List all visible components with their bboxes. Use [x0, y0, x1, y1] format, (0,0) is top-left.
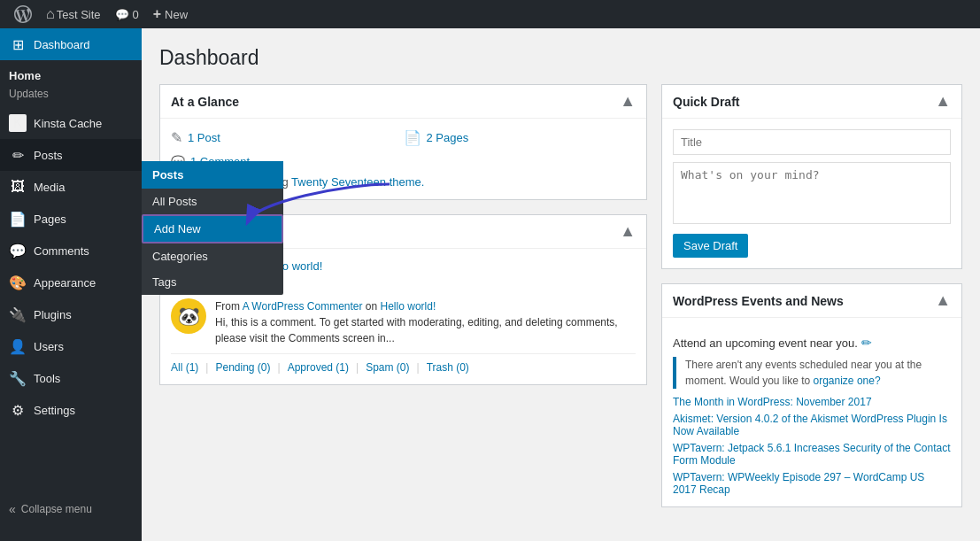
pencil-icon: ✏ [861, 336, 872, 350]
sidebar-item-appearance[interactable]: 🎨 Appearance [0, 267, 142, 298]
events-title: WordPress Events and News [673, 294, 844, 308]
sidebar-item-kinsta[interactable]: K Kinsta Cache [0, 107, 142, 139]
sidebar-item-posts[interactable]: ✏ Posts [0, 139, 142, 171]
theme-link[interactable]: Twenty Seventeen theme. [291, 175, 424, 189]
comments-icon: 💬 [9, 242, 27, 259]
news-item-2[interactable]: WPTavern: Jetpack 5.6.1 Increases Securi… [673, 442, 951, 467]
comment-row: 🐼 From A WordPress Commenter on Hello wo… [171, 298, 636, 346]
commenter-post-link[interactable]: Hello world! [381, 300, 436, 313]
users-label: Users [34, 340, 64, 353]
news-item-0[interactable]: The Month in WordPress: November 2017 [673, 396, 951, 408]
kinsta-icon: K [9, 114, 27, 132]
news-item-1[interactable]: Akismet: Version 4.0.2 of the Akismet Wo… [673, 413, 951, 437]
quick-draft-title: Quick Draft [673, 95, 739, 109]
settings-label: Settings [34, 404, 75, 417]
new-label: New [165, 8, 188, 21]
glance-posts: ✎ 1 Post [171, 129, 404, 146]
sidebar-item-dashboard[interactable]: ⊞ Dashboard [0, 28, 142, 60]
posts-label: Posts [34, 149, 63, 162]
glance-pages: 📄 2 Pages [404, 129, 637, 146]
sidebar-item-settings[interactable]: ⚙ Settings [0, 394, 142, 426]
appearance-icon: 🎨 [9, 274, 27, 291]
commenter-avatar: 🐼 [171, 298, 206, 334]
new-button[interactable]: + New [146, 0, 195, 28]
posts-count-link[interactable]: 1 Post [188, 131, 220, 144]
collapse-menu-button[interactable]: « Collapse menu [0, 495, 142, 523]
at-a-glance-toggle[interactable]: ▲ [620, 92, 636, 111]
collapse-menu-label: Collapse menu [21, 503, 92, 515]
tools-icon: 🔧 [9, 369, 27, 387]
quick-draft-widget: Quick Draft ▲ Save Draft [661, 84, 962, 269]
site-name-button[interactable]: ⌂ Test Site [39, 0, 108, 28]
commenter-link[interactable]: A WordPress Commenter [243, 300, 363, 313]
plugins-label: Plugins [34, 308, 72, 321]
trash-comments-link[interactable]: Trash (0) [427, 361, 469, 374]
left-column: At a Glance ▲ ✎ 1 Post 📄 2 Pages [159, 84, 647, 522]
tools-label: Tools [34, 372, 60, 385]
users-icon: 👤 [9, 337, 27, 355]
events-widget: WordPress Events and News ▲ Attend an up… [661, 283, 962, 507]
sidebar-item-comments[interactable]: 💬 Comments [0, 235, 142, 267]
sidebar-item-updates[interactable]: Updates [0, 86, 142, 107]
sidebar-item-media[interactable]: 🖼 Media [0, 171, 142, 203]
glance-stats: ✎ 1 Post 📄 2 Pages [171, 129, 636, 146]
sidebar-item-tools[interactable]: 🔧 Tools [0, 362, 142, 394]
submenu-categories[interactable]: Categories [142, 243, 283, 269]
comment-filter-links: All (1) | Pending (0) | Approved (1) | S… [171, 353, 636, 374]
media-label: Media [34, 181, 65, 194]
collapse-icon: « [9, 502, 16, 516]
quick-draft-toggle[interactable]: ▲ [935, 92, 951, 111]
dashboard-columns: At a Glance ▲ ✎ 1 Post 📄 2 Pages [159, 84, 962, 522]
pages-icon: 📄 [9, 210, 27, 228]
approved-comments-link[interactable]: Approved (1) [288, 361, 349, 374]
quick-draft-header: Quick Draft ▲ [662, 85, 961, 119]
page-title: Dashboard [159, 46, 962, 70]
dashboard-label: Dashboard [34, 38, 90, 51]
at-a-glance-header: At a Glance ▲ [160, 85, 646, 119]
events-content: Attend an upcoming event near you. ✏ The… [662, 318, 961, 506]
right-column: Quick Draft ▲ Save Draft WordPress Event… [661, 84, 962, 522]
sidebar-item-plugins[interactable]: 🔌 Plugins [0, 298, 142, 330]
dashboard-icon: ⊞ [9, 35, 27, 53]
posts-icon: ✏ [9, 146, 27, 164]
submenu-posts-title[interactable]: Posts [142, 161, 283, 189]
quick-draft-title-input[interactable] [673, 129, 951, 155]
quick-draft-content-input[interactable] [673, 162, 951, 224]
home-label: Home [9, 69, 41, 82]
events-toggle[interactable]: ▲ [935, 291, 951, 310]
sidebar-item-users[interactable]: 👤 Users [0, 330, 142, 362]
updates-label: Updates [9, 88, 49, 100]
submenu-tags[interactable]: Tags [142, 269, 283, 295]
posts-submenu: Posts All Posts Add New Categories Tags [142, 161, 283, 295]
all-comments-link[interactable]: All (1) [171, 361, 198, 374]
activity-toggle[interactable]: ▲ [620, 222, 636, 241]
quick-draft-content: Save Draft [662, 119, 961, 268]
organize-link[interactable]: organize one? [814, 375, 881, 387]
page-icon: 📄 [404, 129, 421, 146]
sidebar-item-pages[interactable]: 📄 Pages [0, 203, 142, 235]
pages-count-link[interactable]: 2 Pages [427, 131, 469, 144]
post-icon: ✎ [171, 129, 182, 146]
events-attend-text: Attend an upcoming event near you. ✏ [673, 336, 951, 350]
settings-icon: ⚙ [9, 401, 27, 419]
spam-comments-link[interactable]: Spam (0) [366, 361, 409, 374]
events-no-events: There aren't any events scheduled near y… [673, 357, 951, 389]
submenu-all-posts[interactable]: All Posts [142, 189, 283, 214]
media-icon: 🖼 [9, 178, 27, 196]
submenu-add-new[interactable]: Add New [142, 214, 283, 243]
wp-logo-button[interactable] [7, 0, 39, 28]
sidebar-item-home[interactable]: Home [0, 60, 142, 86]
events-header-row: WordPress Events and News ▲ [662, 284, 961, 318]
events-news-list: The Month in WordPress: November 2017 Ak… [673, 396, 951, 496]
appearance-label: Appearance [34, 276, 96, 290]
admin-bar: ⌂ Test Site 💬 0 + New [0, 0, 980, 28]
site-name-label: Test Site [57, 8, 101, 21]
plugins-icon: 🔌 [9, 305, 27, 323]
news-item-3[interactable]: WPTavern: WPWeekly Episode 297 – WordCam… [673, 471, 951, 496]
at-a-glance-title: At a Glance [171, 95, 239, 109]
comment-body-area: From A WordPress Commenter on Hello worl… [215, 298, 636, 346]
pending-comments-link[interactable]: Pending (0) [215, 361, 270, 374]
save-draft-button[interactable]: Save Draft [673, 234, 748, 258]
comments-label: Comments [34, 244, 89, 258]
comments-button[interactable]: 💬 0 [108, 0, 146, 28]
